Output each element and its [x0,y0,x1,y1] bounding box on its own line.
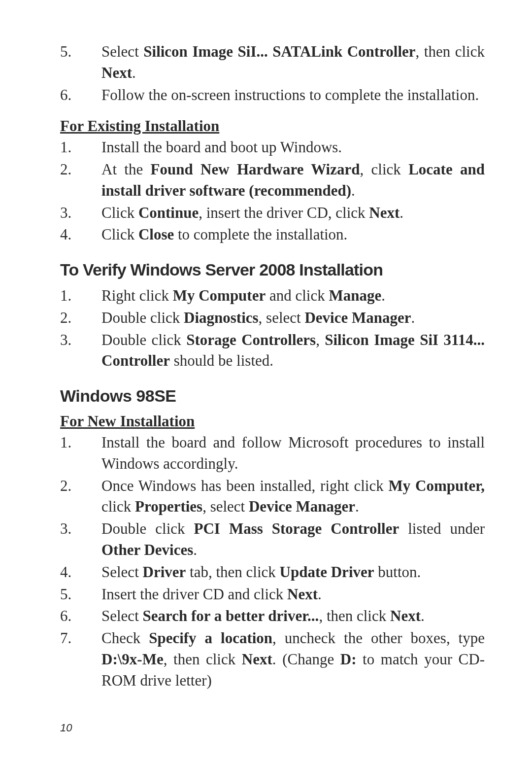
list-item-number: 7. [60,628,101,691]
list-item-body: Click Continue, insert the driver CD, cl… [101,203,485,224]
list-item-body: Double click PCI Mass Storage Controller… [101,518,485,561]
list-item-body: Once Windows has been installed, right c… [101,476,485,518]
list-item: 3.Click Continue, insert the driver CD, … [60,203,485,224]
list-item-number: 1. [60,285,101,307]
list-item: 4.Click Close to complete the installati… [60,224,485,245]
list-item-body: Install the board and follow Microsoft p… [101,432,485,475]
list-item-number: 4. [60,562,101,583]
list-item: 2.At the Found New Hardware Wizard, clic… [60,159,485,202]
list-item: 6.Select Search for a better driver..., … [60,606,485,627]
list-item: 3.Double click PCI Mass Storage Controll… [60,518,485,561]
list-item-number: 2. [60,308,101,329]
new-installation-list: 1.Install the board and follow Microsoft… [60,432,485,691]
list-item: 1.Install the board and follow Microsoft… [60,432,485,475]
list-item: 2.Once Windows has been installed, right… [60,476,485,518]
subheading-new-installation: For New Installation [60,413,485,430]
list-item-body: Install the board and boot up Windows. [101,137,485,158]
list-item-number: 1. [60,137,101,158]
list-item-body: Check Specify a location, uncheck the ot… [101,628,485,691]
list-item-body: Click Close to complete the installation… [101,224,485,245]
list-item: 5.Select Silicon Image SiI... SATALink C… [60,41,485,84]
page-number: 10 [60,722,72,734]
list-item: 6.Follow the on-screen instructions to c… [60,85,485,106]
list-item: 2.Double click Diagnostics, select Devic… [60,308,485,329]
list-item-body: Select Silicon Image SiI... SATALink Con… [101,41,485,84]
list-item-body: Double click Storage Controllers, Silico… [101,330,485,372]
verify-list: 1.Right click My Computer and click Mana… [60,285,485,372]
existing-installation-list: 1.Install the board and boot up Windows.… [60,137,485,245]
list-item: 5.Insert the driver CD and click Next. [60,584,485,605]
subheading-existing-installation: For Existing Installation [60,117,485,135]
list-item: 4.Select Driver tab, then click Update D… [60,562,485,583]
list-item-body: At the Found New Hardware Wizard, click … [101,159,485,202]
list-item-number: 3. [60,518,101,561]
list-item-body: Select Search for a better driver..., th… [101,606,485,627]
list-item-number: 6. [60,606,101,627]
heading-windows-98se: Windows 98SE [60,386,485,406]
list-item: 1.Right click My Computer and click Mana… [60,285,485,307]
list-item: 3.Double click Storage Controllers, Sili… [60,330,485,372]
list-item-number: 5. [60,584,101,605]
list-item-number: 2. [60,159,101,202]
list-item-number: 4. [60,224,101,245]
list-item: 1.Install the board and boot up Windows. [60,137,485,158]
list-item-body: Follow the on-screen instructions to com… [101,85,485,106]
list-item-number: 1. [60,432,101,475]
list-item-number: 3. [60,330,101,372]
list-item-body: Right click My Computer and click Manage… [101,285,485,307]
top-list: 5.Select Silicon Image SiI... SATALink C… [60,41,485,105]
list-item-number: 2. [60,476,101,518]
list-item-number: 6. [60,85,101,106]
list-item-number: 5. [60,41,101,84]
list-item-body: Insert the driver CD and click Next. [101,584,485,605]
list-item-body: Select Driver tab, then click Update Dri… [101,562,485,583]
heading-verify-server-2008: To Verify Windows Server 2008 Installati… [60,260,485,279]
list-item: 7.Check Specify a location, uncheck the … [60,628,485,691]
list-item-number: 3. [60,203,101,224]
list-item-body: Double click Diagnostics, select Device … [101,308,485,329]
